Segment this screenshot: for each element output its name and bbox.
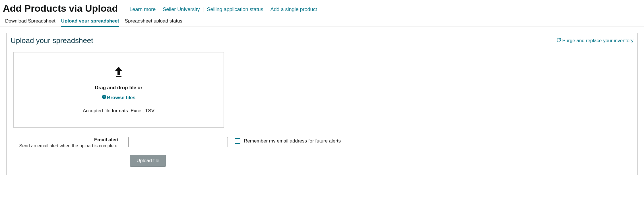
file-dropzone[interactable]: Drag and drop file or Browse files Accep… <box>13 52 224 128</box>
drag-drop-text: Drag and drop file or <box>19 85 218 91</box>
selling-application-status-link[interactable]: Selling application status <box>203 7 267 13</box>
tabs-bar: Download Spreadsheet Upload your spreads… <box>0 16 644 27</box>
email-alert-row: Email alert Send an email alert when the… <box>13 137 633 148</box>
upload-button-row: Upload file <box>130 155 633 167</box>
panel-title: Upload your spreadsheet <box>11 36 93 45</box>
plus-circle-icon <box>102 95 106 101</box>
remember-email-group: Remember my email address for future ale… <box>235 137 341 144</box>
seller-university-link[interactable]: Seller University <box>159 7 203 13</box>
header-links: Learn more Seller University Selling app… <box>126 7 320 13</box>
accepted-formats-text: Accepted file formats: Excel, TSV <box>19 108 218 114</box>
upload-file-button[interactable]: Upload file <box>130 155 166 167</box>
refresh-icon <box>556 38 561 44</box>
purge-replace-link[interactable]: Purge and replace your inventory <box>556 38 633 44</box>
page-title: Add Products via Upload <box>3 3 126 14</box>
tab-upload-spreadsheet[interactable]: Upload your spreadsheet <box>61 16 119 27</box>
svg-rect-3 <box>103 97 105 97</box>
tab-upload-status[interactable]: Spreadsheet upload status <box>125 16 182 27</box>
upload-icon <box>19 66 218 78</box>
upload-panel: Upload your spreadsheet Purge and replac… <box>6 33 638 175</box>
email-alert-sublabel: Send an email alert when the upload is c… <box>13 143 119 148</box>
email-alert-input[interactable] <box>128 137 228 147</box>
browse-files-label: Browse files <box>107 95 135 101</box>
purge-replace-label: Purge and replace your inventory <box>562 38 633 44</box>
remember-email-checkbox[interactable] <box>235 138 240 144</box>
tab-download-spreadsheet[interactable]: Download Spreadsheet <box>5 16 55 27</box>
divider <box>5 30 639 30</box>
email-alert-label-col: Email alert Send an email alert when the… <box>13 137 121 148</box>
page-header: Add Products via Upload Learn more Selle… <box>0 0 644 16</box>
svg-rect-0 <box>116 76 121 77</box>
learn-more-link[interactable]: Learn more <box>126 7 159 13</box>
add-single-product-link[interactable]: Add a single product <box>267 7 321 13</box>
divider <box>11 132 633 132</box>
panel-body: Drag and drop file or Browse files Accep… <box>7 48 637 175</box>
email-alert-label: Email alert <box>13 137 119 143</box>
panel-header: Upload your spreadsheet Purge and replac… <box>7 33 637 48</box>
browse-files-link[interactable]: Browse files <box>102 95 135 101</box>
remember-email-label: Remember my email address for future ale… <box>244 138 341 144</box>
